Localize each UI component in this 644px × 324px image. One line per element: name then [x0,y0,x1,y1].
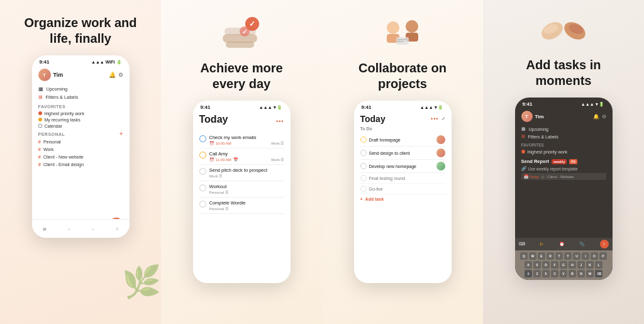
svg-text:✓: ✓ [249,20,255,28]
inbox-icon[interactable]: ▦ [43,226,47,231]
p2-badge: P2 [569,159,577,164]
proj-personal[interactable]: #Personal [38,138,123,145]
collaborate-illustration [377,15,428,55]
task-check-1[interactable] [199,135,206,142]
add-personal-icon[interactable]: + [119,130,123,137]
more-dots[interactable]: ••• [431,116,438,122]
task-check-golive[interactable] [360,186,367,192]
recurring-dot [38,118,42,121]
browse-icon[interactable]: ≡ [116,227,119,231]
task-meta-row: 📅 Today ◇ Client - Website [521,173,606,180]
bell-icon[interactable]: 🔔 [109,72,116,78]
task-amy[interactable]: Call Amy ⏰ 11:00 AM 📅 Work ☰ [199,148,284,165]
task-testing[interactable]: Final testing round [360,173,445,184]
assignee-avatar-2 [436,148,445,157]
proj-client-email[interactable]: #Client - Email design [38,160,123,168]
checkmark-illustration: ✓ ✓ [219,15,264,55]
task-send-design[interactable]: Send design to client [360,147,445,160]
task-draft[interactable]: Draft homepage [360,133,445,147]
calendar-icon: ▦ [38,86,43,92]
kb-row-3: ⇧ Z X C V B N M ⌫ [516,270,611,277]
phone-mockup-1: 9:41 ▲▲▲ WiFi 🔋 T Tim 🔔 ⚙ ▦ Upcoming [32,55,130,238]
fav-highest-4[interactable]: Highest priority work [521,148,606,155]
flag-icon[interactable]: 🏳 [540,242,544,247]
attachment-icon[interactable]: 📎 [579,242,585,247]
gear-icon[interactable]: ⚙ [118,72,123,78]
time-icon: ⏰ [209,141,214,145]
panel-organize: Organize work andlife, finally 9:41 ▲▲▲ … [0,0,161,324]
task-check-testing[interactable] [360,175,367,181]
task-check-2[interactable] [199,152,206,159]
project-chip[interactable]: Client - Website [547,175,574,179]
header-icons-1: 🔔 ⚙ [109,72,123,78]
filter-icon: ⊠ [38,94,43,100]
bottom-nav-1: ▦ ⌂ ⌕ ≡ [32,219,130,238]
avatar-4: T [521,111,533,122]
header-icons-4: 🔔 ⚙ [593,114,606,120]
filter-icon-4: ⊠ [521,134,525,139]
user-row-1: T Tim 🔔 ⚙ [38,69,123,81]
svg-rect-12 [397,39,406,40]
nav-upcoming[interactable]: ▦ Upcoming [38,85,123,93]
home-icon[interactable]: ⌂ [68,227,70,231]
phone-mockup-3: 9:41 ▲▲▲ ▾ 🔋 Today ••• ⤢ To Do Draft hom… [354,101,452,283]
send-button[interactable]: ↑ [600,240,609,249]
panel-4-headline: Add tasks inmoments [526,57,601,89]
proj-work[interactable]: #Work [38,145,123,153]
user-row-4: T Tim 🔔 ⚙ [521,111,606,122]
weekly-badge: weekly [552,159,567,164]
task-check-send[interactable] [360,150,367,156]
today-title-3: Today [360,114,386,124]
status-icons-2: ▲▲▲ ▾ 🔋 [259,105,283,110]
avatar-1: T [38,69,51,81]
fav-recurring[interactable]: My recurring tasks [38,116,123,123]
proj-client-new[interactable]: #Client - New website [38,153,123,160]
task-check-5[interactable] [199,201,206,208]
more-options[interactable]: ••• [276,118,284,125]
task-pitch[interactable]: Send pitch deck to prospect Work ☰ [199,165,284,181]
nav-filters-4[interactable]: ⊠ Filters & Labels [521,133,606,140]
fav-calendar[interactable]: Calendar [38,123,123,129]
task-wordle[interactable]: Complete Wordle Personal ☰ [199,198,284,214]
kb-row-1: Q W E R T Y U I O P [516,252,611,260]
panel-achieve: ✓ ✓ Achieve moreevery day 9:41 ▲▲▲ ▾ 🔋 T… [161,0,322,324]
nav-filters[interactable]: ⊠ Filters & Labels [38,93,123,101]
favorites-label-4: Favorites [521,143,606,147]
status-icons-1: ▲▲▲ WiFi 🔋 [91,60,122,65]
task-check-3[interactable] [199,168,206,175]
time-1: 9:41 [40,59,50,65]
priority-dot-4 [521,150,525,154]
username-4: Tim [535,114,593,120]
svg-point-7 [387,21,399,34]
svg-rect-2 [226,42,254,48]
panel-add-tasks: Add tasks inmoments 9:41 ▲▲▲ ▾ 🔋 T Tim 🔔… [483,0,644,324]
subtask-text: 🔗 Use weekly report template [521,166,606,171]
task-check-draft[interactable] [360,137,367,143]
gear-icon-4[interactable]: ⚙ [602,114,606,120]
status-bar-3: 9:41 ▲▲▲ ▾ 🔋 [354,101,452,111]
schedule-icon[interactable]: ⏰ [559,242,565,247]
task-emails[interactable]: Check my work emails ⏰ 10:00 AM Work ☰ [199,132,284,148]
personal-label: Personal [38,132,65,137]
task-workout[interactable]: Workout Personal ☰ [199,181,284,198]
task-golive[interactable]: Go-live [360,184,445,194]
add-task-button[interactable]: + Add task [360,194,445,204]
today-chip[interactable]: 📅 Today [524,174,540,179]
svg-text:✓: ✓ [242,28,247,35]
task-check-develop[interactable] [360,163,367,169]
task-develop[interactable]: Develop new homepage [360,160,445,173]
search-icon[interactable]: ⌕ [92,227,94,231]
fav-highest[interactable]: Highest priority work [38,110,123,116]
send-report-task: Send Report weekly P2 [521,159,606,164]
bell-icon-4[interactable]: 🔔 [593,114,599,120]
expand-icon[interactable]: ⤢ [441,116,445,121]
panel-3-headline: Collaborate onprojects [358,60,447,92]
task-check-4[interactable] [199,184,206,191]
keyboard-icon[interactable]: ⌨ [519,242,525,247]
time-4: 9:41 [523,101,533,107]
status-bar-4: 9:41 ▲▲▲ ▾ 🔋 [515,98,613,108]
input-toolbar: ⌨ 🏳 ⏰ 📎 ↑ [515,238,613,250]
status-bar-1: 9:41 ▲▲▲ WiFi 🔋 [32,55,130,66]
header-icons-3: ••• ⤢ [431,116,445,122]
nav-upcoming-4[interactable]: ▦ Upcoming [521,125,606,133]
